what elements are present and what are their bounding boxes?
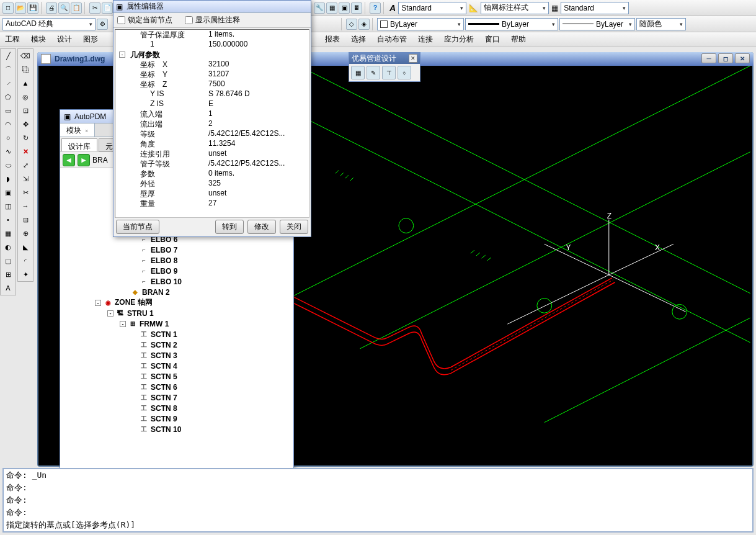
menu-select[interactable]: 选择 xyxy=(351,34,366,45)
delete-tool[interactable]: ✕ xyxy=(18,145,33,158)
stretch-tool[interactable]: ⇲ xyxy=(18,172,33,186)
tree-zone[interactable]: ZONE 轴网 xyxy=(115,297,153,308)
pipe-tool-1[interactable]: ▦ xyxy=(351,66,365,79)
tree-item[interactable]: ELBO 9 xyxy=(151,267,177,276)
ellarc-tool[interactable]: ◗ xyxy=(1,172,16,186)
circle-tool[interactable]: ○ xyxy=(1,131,16,145)
current-node-button[interactable]: 当前节点 xyxy=(116,220,159,234)
dim-style-dropdown[interactable]: 轴网标注样式 xyxy=(481,2,549,14)
rect-tool[interactable]: ▭ xyxy=(1,104,16,117)
hatch-tool[interactable]: ▦ xyxy=(1,227,16,240)
trim-tool[interactable]: ✂ xyxy=(18,186,33,199)
pipe-tool-2[interactable]: ✎ xyxy=(367,66,380,79)
chamfer-tool[interactable]: ◣ xyxy=(18,240,33,254)
show-annot-checkbox[interactable]: 显示属性注释 xyxy=(185,15,240,25)
tree-item[interactable]: SCTN 4 xyxy=(151,362,177,371)
rotate-tool[interactable]: ↻ xyxy=(18,131,33,145)
insert-tool[interactable]: ▣ xyxy=(1,186,16,199)
prop-value[interactable]: 2 xyxy=(208,119,309,129)
menu-graphic[interactable]: 图形 xyxy=(83,34,98,45)
preview-icon[interactable]: 🔍 xyxy=(58,2,69,14)
menu-window[interactable]: 窗口 xyxy=(485,34,500,45)
arc-tool[interactable]: ⌒ xyxy=(1,63,16,76)
tree-item[interactable]: SCTN 7 xyxy=(151,393,177,402)
pipe-tool-3[interactable]: ⊤ xyxy=(382,66,396,79)
menu-module[interactable]: 模块 xyxy=(31,34,46,45)
tree-item[interactable]: ELBO 10 xyxy=(151,277,182,286)
tree-toggle[interactable]: - xyxy=(107,310,113,317)
tree-item[interactable]: SCTN 1 xyxy=(151,330,177,339)
close-button[interactable]: 关闭 xyxy=(280,220,308,234)
minimize-button[interactable]: ─ xyxy=(701,53,716,63)
tree-stru[interactable]: STRU 1 xyxy=(127,309,154,318)
float-close-button[interactable]: ✕ xyxy=(409,54,417,63)
nav-fwd-button[interactable]: ► xyxy=(78,154,90,166)
erase-tool[interactable]: ⌫ xyxy=(18,49,33,63)
float-toolbar-title[interactable]: 优易管道设计 ✕ xyxy=(349,53,420,64)
new-icon[interactable]: □ xyxy=(2,2,14,14)
maximize-button[interactable]: ◻ xyxy=(718,53,733,63)
menu-report[interactable]: 报表 xyxy=(325,34,340,45)
nav-back-button[interactable]: ◄ xyxy=(63,154,75,166)
autopdm-tab-module[interactable]: 模块× xyxy=(60,124,95,137)
fillet-tool[interactable]: ◜ xyxy=(18,254,33,268)
subtab-design-lib[interactable]: 设计库 xyxy=(61,138,97,151)
tree-item[interactable]: SCTN 5 xyxy=(151,372,177,381)
calc-icon[interactable]: 🖩 xyxy=(351,2,362,14)
tree-bran2[interactable]: BRAN 2 xyxy=(142,288,170,297)
tree-toggle[interactable]: - xyxy=(120,321,126,327)
copy-tool[interactable]: ⿻ xyxy=(18,63,33,76)
offset-tool[interactable]: ◎ xyxy=(18,90,33,104)
prop-value[interactable]: 27 xyxy=(208,199,309,209)
lock-node-checkbox[interactable]: 锁定当前节点 xyxy=(117,15,172,25)
tree-item[interactable]: SCTN 9 xyxy=(151,415,177,423)
menu-help[interactable]: 帮助 xyxy=(511,34,526,45)
polygon-tool[interactable]: ⬠ xyxy=(1,90,16,104)
tool-icon[interactable]: 🔧 xyxy=(314,2,325,14)
layer-color-dropdown[interactable]: ByLayer xyxy=(377,18,464,30)
mirror-tool[interactable]: ▲ xyxy=(18,76,33,90)
explode-tool[interactable]: ✦ xyxy=(18,268,33,281)
layers2-icon[interactable]: ◈ xyxy=(358,19,370,30)
table-style-dropdown[interactable]: Standard xyxy=(561,2,629,14)
tree-item[interactable]: SCTN 8 xyxy=(151,404,177,413)
point-tool[interactable]: • xyxy=(1,213,16,227)
goto-button[interactable]: 转到 xyxy=(215,220,244,234)
array-tool[interactable]: ⊡ xyxy=(18,104,33,117)
save-icon[interactable]: 💾 xyxy=(27,2,38,14)
plot-icon[interactable]: 📋 xyxy=(71,2,82,14)
scale-tool[interactable]: ⤢ xyxy=(18,158,33,172)
prop-group-toggle[interactable]: - xyxy=(119,52,125,58)
prop-titlebar[interactable]: ▣ 属性编辑器 xyxy=(113,1,311,13)
break-tool[interactable]: ⊟ xyxy=(18,213,33,227)
tab-close-icon[interactable]: × xyxy=(85,128,88,134)
text-tool[interactable]: A xyxy=(1,281,16,295)
block-tool[interactable]: ◫ xyxy=(1,199,16,213)
menu-project[interactable]: 工程 xyxy=(5,34,20,45)
print-icon[interactable]: 🖨 xyxy=(46,2,57,14)
grad-tool[interactable]: ◐ xyxy=(1,240,16,254)
region-tool[interactable]: ▢ xyxy=(1,254,16,268)
menu-connect[interactable]: 连接 xyxy=(418,34,433,45)
modify-button[interactable]: 修改 xyxy=(247,220,276,234)
tree-item[interactable]: ELBO 8 xyxy=(151,256,177,265)
prop-value[interactable]: unset xyxy=(208,189,309,199)
prop-value[interactable]: 7500 xyxy=(208,79,309,89)
menu-stress[interactable]: 应力分析 xyxy=(444,34,474,45)
copy-icon[interactable]: 📄 xyxy=(102,2,113,14)
prop-value[interactable]: /5.42C12/P5.42C12S... xyxy=(208,159,309,169)
tree-item[interactable]: SCTN 10 xyxy=(151,425,181,434)
pline-tool[interactable]: ⟋ xyxy=(1,76,16,90)
arc2-tool[interactable]: ◠ xyxy=(1,117,16,131)
tree-frmw[interactable]: FRMW 1 xyxy=(140,320,169,328)
prop-value[interactable]: 0 items. xyxy=(208,169,309,179)
pipe-tool-4[interactable]: ⎀ xyxy=(398,66,411,79)
move-tool[interactable]: ✥ xyxy=(18,117,33,131)
tree-item[interactable]: ELBO 7 xyxy=(151,246,177,254)
open-icon[interactable]: 📂 xyxy=(15,2,26,14)
cut-icon[interactable]: ✂ xyxy=(89,2,100,14)
prop-value[interactable]: 31207 xyxy=(208,70,309,79)
prop-value[interactable]: unset xyxy=(208,149,309,159)
line-tool[interactable]: ╱ xyxy=(1,49,16,63)
prop-value[interactable]: 1 xyxy=(208,109,309,119)
